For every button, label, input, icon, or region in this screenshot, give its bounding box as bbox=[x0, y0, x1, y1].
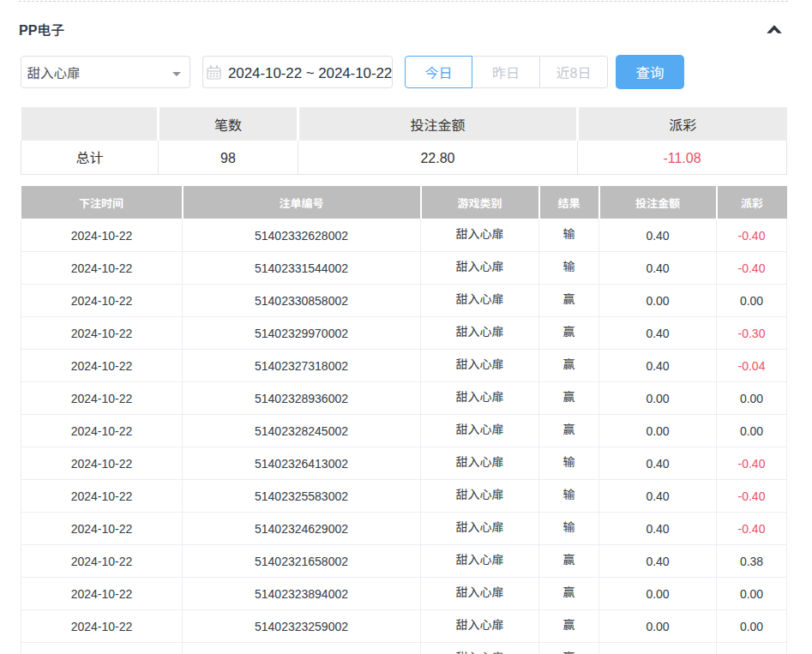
bets-row: 2024-10-2251402323259002甜入心扉赢0.000.00 bbox=[21, 609, 787, 642]
quick-button-today[interactable]: 今日 bbox=[405, 56, 472, 88]
bets-cell-bet-amount: 0.40 bbox=[599, 316, 717, 349]
bets-cell-result: 赢 bbox=[539, 609, 599, 642]
bets-cell-game-type: 甜入心扉 bbox=[421, 219, 539, 251]
bets-cell-bet-amount: 0.40 bbox=[599, 349, 717, 381]
bets-row: 2024-10-2251402321658002甜入心扉赢0.400.38 bbox=[21, 544, 787, 577]
bets-cell-bet-time: 2024-10-22 bbox=[21, 479, 183, 512]
panel-header: PP电子 bbox=[21, 0, 786, 56]
summary-col-payout: 派彩 bbox=[578, 107, 787, 141]
caret-down-icon bbox=[172, 72, 181, 76]
bets-cell-bet-time: 2024-10-22 bbox=[21, 512, 183, 544]
bets-cell-payout: -0.04 bbox=[717, 349, 787, 381]
bets-cell-payout: 0.00 bbox=[717, 381, 787, 414]
bets-cell-bet-time: 2024-10-22 bbox=[21, 316, 183, 349]
bets-cell-order-no: 51402331544002 bbox=[183, 251, 421, 284]
bets-cell-result: 赢 bbox=[539, 349, 599, 381]
bets-cell-bet-amount: 0.00 bbox=[599, 414, 717, 447]
bets-row: 2024-10-2251402330858002甜入心扉赢0.000.00 bbox=[21, 284, 787, 316]
bets-col-bet-amount: 投注金额 bbox=[599, 186, 717, 219]
query-button[interactable]: 查询 bbox=[616, 55, 684, 89]
bets-cell-game-type: 甜入心扉 bbox=[421, 609, 539, 642]
quick-button-yesterday[interactable]: 昨日 bbox=[472, 56, 540, 88]
bets-cell-order-no: 51402321658002 bbox=[183, 544, 421, 577]
bets-cell-bet-amount: 0.40 bbox=[599, 251, 717, 284]
bets-cell-payout: -0.40 bbox=[717, 251, 787, 284]
bets-cell-bet-amount: 0.40 bbox=[599, 512, 717, 544]
bets-cell-game-type: 甜入心扉 bbox=[421, 544, 539, 577]
bets-cell-bet-time: 2024-10-22 bbox=[21, 447, 183, 479]
bets-col-bet-time: 下注时间 bbox=[21, 186, 183, 219]
bets-cell-order-no: 51402332628002 bbox=[183, 219, 421, 251]
bets-cell-result: 赢 bbox=[539, 414, 599, 447]
bets-cell-game-type: 甜入心扉 bbox=[421, 349, 539, 381]
bets-cell-bet-time: 2024-10-22 bbox=[21, 284, 183, 316]
bets-row: 2024-10-2251402326413002甜入心扉输0.40-0.40 bbox=[21, 447, 787, 479]
summary-table: 笔数 投注金额 派彩 总计 98 22.80 -11.08 bbox=[21, 107, 787, 175]
bets-cell-game-type: 甜入心扉 bbox=[421, 577, 539, 609]
bets-cell-payout: -0.40 bbox=[717, 479, 787, 512]
bets-cell-bet-amount: 0.00 bbox=[599, 609, 717, 642]
chevron-up-icon[interactable] bbox=[765, 23, 784, 35]
bets-cell-payout: -0.40 bbox=[717, 447, 787, 479]
bets-cell-bet-amount: 0.40 bbox=[599, 447, 717, 479]
bets-cell-game-type: 甜入心扉 bbox=[421, 447, 539, 479]
bets-cell-payout: -0.40 bbox=[717, 219, 787, 251]
bets-row: 2024-10-2251402325583002甜入心扉输0.40-0.40 bbox=[21, 479, 787, 512]
bets-cell-bet-time: 2024-10-22 bbox=[21, 251, 183, 284]
date-range-input[interactable]: 2024-10-22 ~ 2024-10-22 bbox=[202, 56, 393, 88]
bets-cell-order-no: 51402327318002 bbox=[183, 349, 421, 381]
bets-col-order-no: 注单编号 bbox=[183, 186, 421, 219]
summary-header-row: 笔数 投注金额 派彩 bbox=[21, 107, 787, 141]
bets-cell-order-no: 51402328245002 bbox=[183, 414, 421, 447]
bets-cell-result: 输 bbox=[539, 479, 599, 512]
summary-total-count: 98 bbox=[159, 141, 298, 174]
bets-cell-bet-amount: 0.00 bbox=[599, 642, 717, 654]
filter-controls: 甜入心扉 2024-10-22 ~ 2024-10-22 今日昨日近8日 查询 bbox=[21, 56, 786, 88]
quick-button-last8days[interactable]: 近8日 bbox=[540, 56, 608, 88]
bets-row: 2024-10-2251402323894002甜入心扉赢0.000.00 bbox=[21, 577, 787, 609]
bets-cell-bet-time: 2024-10-22 bbox=[21, 414, 183, 447]
bets-cell-game-type: 甜入心扉 bbox=[421, 381, 539, 414]
summary-col-amount: 投注金额 bbox=[298, 107, 578, 141]
bets-cell-order-no: 51402322712002 bbox=[183, 642, 421, 654]
bets-table: 下注时间注单编号游戏类别结果投注金额派彩 2024-10-22514023326… bbox=[21, 186, 787, 654]
bets-cell-bet-time: 2024-10-22 bbox=[21, 349, 183, 381]
bets-cell-payout: -0.40 bbox=[717, 512, 787, 544]
bets-cell-game-type: 甜入心扉 bbox=[421, 284, 539, 316]
bets-cell-game-type: 甜入心扉 bbox=[421, 479, 539, 512]
bets-cell-payout: 0.00 bbox=[717, 284, 787, 316]
bets-cell-order-no: 51402325583002 bbox=[183, 479, 421, 512]
bets-cell-bet-amount: 0.40 bbox=[599, 219, 717, 251]
game-select[interactable]: 甜入心扉 bbox=[21, 56, 190, 88]
bets-cell-bet-amount: 0.00 bbox=[599, 577, 717, 609]
bets-cell-bet-amount: 0.40 bbox=[599, 479, 717, 512]
bets-cell-result: 赢 bbox=[539, 642, 599, 654]
bets-cell-bet-amount: 0.40 bbox=[599, 544, 717, 577]
bets-cell-result: 赢 bbox=[539, 577, 599, 609]
bets-cell-payout: 0.00 bbox=[717, 609, 787, 642]
bets-cell-payout: 0.00 bbox=[717, 642, 787, 654]
bets-cell-result: 输 bbox=[539, 251, 599, 284]
bets-cell-bet-time: 2024-10-22 bbox=[21, 642, 183, 654]
bets-header-row: 下注时间注单编号游戏类别结果投注金额派彩 bbox=[21, 186, 787, 219]
bets-cell-bet-time: 2024-10-22 bbox=[21, 219, 183, 251]
bets-row: 2024-10-2251402328245002甜入心扉赢0.000.00 bbox=[21, 414, 787, 447]
bets-cell-bet-time: 2024-10-22 bbox=[21, 381, 183, 414]
date-range-value: 2024-10-22 ~ 2024-10-22 bbox=[228, 57, 392, 87]
bets-cell-result: 赢 bbox=[539, 544, 599, 577]
summary-total-amount: 22.80 bbox=[298, 141, 578, 174]
bets-cell-payout: 0.00 bbox=[717, 577, 787, 609]
bets-cell-game-type: 甜入心扉 bbox=[421, 316, 539, 349]
calendar-icon bbox=[207, 63, 221, 78]
panel-title: PP电子 bbox=[19, 19, 64, 39]
bets-cell-order-no: 51402329970002 bbox=[183, 316, 421, 349]
summary-col-count: 笔数 bbox=[159, 107, 298, 141]
bets-cell-result: 输 bbox=[539, 447, 599, 479]
bets-cell-order-no: 51402330858002 bbox=[183, 284, 421, 316]
bets-cell-bet-time: 2024-10-22 bbox=[21, 544, 183, 577]
bets-cell-bet-amount: 0.00 bbox=[599, 284, 717, 316]
bets-row: 2024-10-2251402324629002甜入心扉输0.40-0.40 bbox=[21, 512, 787, 544]
quick-date-buttons: 今日昨日近8日 bbox=[405, 56, 608, 88]
summary-col-blank bbox=[21, 107, 159, 141]
bets-cell-result: 输 bbox=[539, 512, 599, 544]
